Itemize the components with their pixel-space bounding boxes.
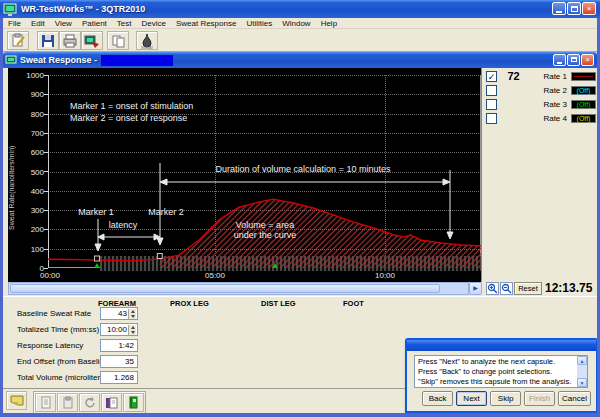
clipboard-button[interactable] <box>57 393 78 412</box>
y-tick: 400 <box>16 187 44 196</box>
menu-window[interactable]: Window <box>277 19 315 28</box>
scroll-right-button[interactable]: ▶ <box>469 282 482 295</box>
next-button[interactable]: Next <box>456 391 487 406</box>
main-toolbar: SWEAT <box>3 30 597 52</box>
restore-button[interactable] <box>567 2 581 15</box>
main-titlebar[interactable]: WR-TestWorks™ - 3QTR2010 × <box>0 0 600 18</box>
rate1-label: Rate 1 <box>535 72 567 81</box>
rate1-row: ✓ 72 Rate 1 <box>482 70 598 83</box>
sweat-button-label: SWEAT <box>141 45 154 49</box>
menu-patient[interactable]: Patient <box>77 19 112 28</box>
totalized-time-field[interactable]: 10:00 <box>100 323 138 336</box>
inner-close-button[interactable]: × <box>581 54 594 66</box>
rate4-label: Rate 4 <box>535 114 567 123</box>
app-icon <box>3 3 17 16</box>
end-offset-field[interactable]: 35 <box>100 355 138 368</box>
sweat-response-icon <box>5 55 17 66</box>
dialog-message-line: "Skip" removes this capsule from the ana… <box>418 377 575 387</box>
inner-maximize-button[interactable] <box>567 54 580 66</box>
rate-legend-panel: ✓ 72 Rate 1 Rate 2 (Off) Rate 3 (Off) Ra… <box>481 68 597 282</box>
rate2-off-badge: (Off) <box>571 86 596 95</box>
totalized-time-spinner[interactable] <box>128 325 136 335</box>
rate3-checkbox[interactable] <box>486 99 497 110</box>
sweat-response-titlebar[interactable]: Sweat Response - × <box>3 52 597 68</box>
minimize-button[interactable] <box>552 2 566 15</box>
copy-button[interactable] <box>107 31 129 50</box>
report-page-button[interactable] <box>35 393 56 412</box>
save-button[interactable] <box>37 31 59 50</box>
menu-device[interactable]: Device <box>136 19 170 28</box>
cancel-button[interactable]: Cancel <box>558 391 591 406</box>
reset-zoom-button[interactable]: Reset <box>514 282 542 295</box>
dialog-message-line: Press "Next" to analyze the next capsule… <box>418 357 575 367</box>
dialog-message: Press "Next" to analyze the next capsule… <box>414 355 588 388</box>
sweat-response-title: Sweat Response - <box>20 55 97 65</box>
annotation-marker1-note: Marker 1 = onset of stimulation <box>70 101 193 111</box>
cursor-time-display: 12:13.75 <box>545 281 592 295</box>
sweat-drop-icon: SWEAT <box>139 33 155 49</box>
rate4-row: Rate 4 (Off) <box>482 112 598 125</box>
zoom-out-button[interactable] <box>500 282 513 295</box>
binder-button[interactable] <box>101 393 122 412</box>
menu-help[interactable]: Help <box>316 19 342 28</box>
sweat-rate-chart[interactable]: Sweat Rate(nanoliters/min) 1000 900 800 … <box>8 68 481 282</box>
note-button[interactable] <box>6 391 27 410</box>
print-screen-button[interactable] <box>81 31 103 50</box>
menu-file[interactable]: File <box>3 19 26 28</box>
menu-view[interactable]: View <box>50 19 77 28</box>
annotation-volume: Volume = area under the curve <box>224 220 306 240</box>
new-test-button[interactable] <box>7 31 29 50</box>
refresh-button[interactable] <box>79 393 100 412</box>
close-button[interactable]: × <box>582 2 596 15</box>
total-volume-label: Total Volume (microliters) <box>17 373 107 382</box>
annotation-duration: Duration of volume calculation = 10 minu… <box>168 164 438 174</box>
save-icon <box>41 34 55 48</box>
y-tick: 200 <box>16 225 44 234</box>
y-tick: 700 <box>16 129 44 138</box>
baseline-sweat-rate-field[interactable]: 43 <box>100 307 138 320</box>
page-icon <box>40 396 52 409</box>
dialog-buttons: Back Next Skip Finish Cancel <box>422 391 591 406</box>
dialog-scrollbar[interactable]: ▲ ▼ <box>577 356 587 387</box>
sweat-button[interactable]: SWEAT <box>136 31 158 50</box>
print-button[interactable] <box>59 31 81 50</box>
y-tick: 600 <box>16 148 44 157</box>
scrollbar-thumb[interactable] <box>10 284 440 293</box>
baseline-sweat-rate-label: Baseline Sweat Rate <box>17 309 91 318</box>
refresh-icon <box>84 396 96 409</box>
y-tick: 1000 <box>16 71 44 80</box>
x-tick: 05:00 <box>198 271 232 280</box>
menu-utilities[interactable]: Utilities <box>241 19 277 28</box>
dialog-titlebar[interactable] <box>407 340 596 351</box>
zoom-in-button[interactable] <box>486 282 499 295</box>
baseline-spinner[interactable] <box>128 309 136 319</box>
print-screen-icon <box>84 34 100 48</box>
sweat-response-window: Sweat Response - × Sweat Rate(nanoliters… <box>3 52 597 296</box>
scroll-down-icon[interactable]: ▼ <box>577 378 587 387</box>
inner-minimize-button[interactable] <box>553 54 566 66</box>
dialog-message-line: Press "Back" to change point selections. <box>418 367 575 377</box>
green-book-button[interactable] <box>123 393 144 412</box>
rate3-label: Rate 3 <box>535 100 567 109</box>
window-title: WR-TestWorks™ - 3QTR2010 <box>21 4 145 14</box>
rate2-checkbox[interactable] <box>486 85 497 96</box>
response-latency-field[interactable]: 1:42 <box>100 339 138 352</box>
note-icon <box>10 394 24 407</box>
total-volume-field[interactable]: 1.268 <box>100 371 138 384</box>
back-button[interactable]: Back <box>422 391 453 406</box>
menu-edit[interactable]: Edit <box>26 19 50 28</box>
chart-scrollbar[interactable] <box>8 282 469 295</box>
column-dist-leg: DIST LEG <box>261 299 296 308</box>
rate4-checkbox[interactable] <box>486 113 497 124</box>
menu-test[interactable]: Test <box>112 19 137 28</box>
skip-button[interactable]: Skip <box>490 391 521 406</box>
rate2-label: Rate 2 <box>535 86 567 95</box>
y-tick: 800 <box>16 110 44 119</box>
annotation-marker2-note: Marker 2 = onset of response <box>70 113 187 123</box>
end-offset-label: End Offset (from Baseline) <box>17 357 111 366</box>
totalized-time-label: Totalized Time (mm:ss) <box>17 325 99 334</box>
y-tick: 900 <box>16 90 44 99</box>
capsule-wizard-dialog: Press "Next" to analyze the next capsule… <box>405 338 598 413</box>
scroll-up-icon[interactable]: ▲ <box>577 356 587 365</box>
menu-sweat-response[interactable]: Sweat Response <box>171 19 241 28</box>
